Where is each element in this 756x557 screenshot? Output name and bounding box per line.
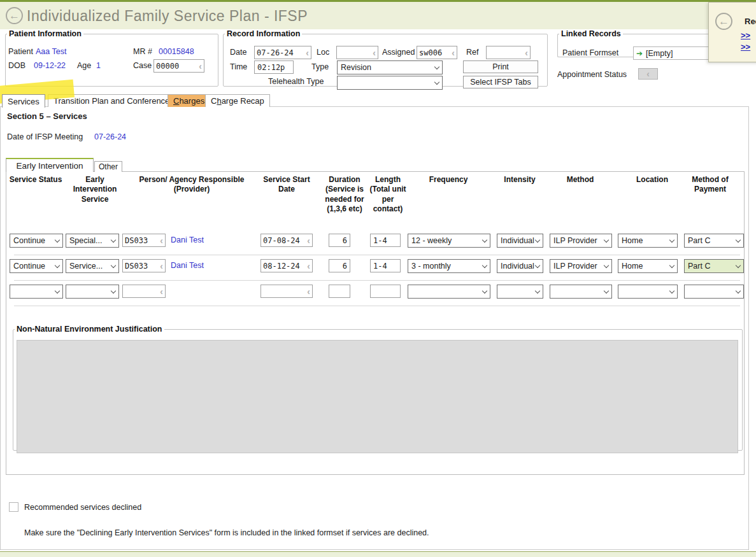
patient-information-group: Patient Information Patient Aaa Test MR … <box>5 29 218 87</box>
method-of-payment-select[interactable] <box>684 285 744 299</box>
length-field[interactable]: 1-4 <box>370 259 401 272</box>
tab-transition-plan-and-conference[interactable]: Transition Plan and Conference <box>48 94 175 107</box>
early-intervention-service-select[interactable]: Service... <box>66 259 119 273</box>
record-date-value: 07-26-24 <box>257 48 294 57</box>
duration-field[interactable]: 6 <box>329 259 350 272</box>
appointment-status-picker[interactable]: ‹ <box>638 68 658 80</box>
provider-code-field[interactable]: DS033‹ <box>122 259 166 272</box>
service-status-select[interactable]: Continue <box>10 234 63 248</box>
assigned-field[interactable]: sw006 ‹ <box>417 46 457 59</box>
back-arrow-icon[interactable]: ← <box>715 13 732 30</box>
tab-services[interactable]: Services <box>2 94 45 108</box>
chevron-down-icon <box>604 262 609 267</box>
intensity-select[interactable]: Individual <box>497 234 543 248</box>
chevron-down-icon <box>736 262 741 267</box>
provider-name-link[interactable]: Dani Test <box>171 261 204 270</box>
dob-value-link[interactable]: 09-12-22 <box>34 61 66 70</box>
record-date-field[interactable]: 07-26-24 ‹ <box>254 46 311 59</box>
provider-picker-icon[interactable]: ‹ <box>160 262 163 271</box>
location-select[interactable]: Home <box>618 259 678 273</box>
record-time-field[interactable]: 02:12p <box>254 60 294 74</box>
chevron-down-icon <box>55 288 60 293</box>
date-picker-icon[interactable]: ‹ <box>307 287 310 296</box>
provider-code-field[interactable]: ‹ <box>122 285 166 298</box>
method-of-payment-select[interactable]: Part C <box>684 234 744 248</box>
provider-picker-icon[interactable]: ‹ <box>160 287 163 296</box>
method-select[interactable] <box>550 285 612 299</box>
early-intervention-service-select[interactable]: Special... <box>66 234 119 248</box>
intensity-select[interactable]: Individual <box>497 259 543 273</box>
frequency-select[interactable]: 3 - monthly <box>408 259 490 273</box>
service-status-select[interactable]: Continue <box>10 259 63 273</box>
assigned-picker-icon[interactable]: ‹ <box>452 48 455 57</box>
length-field[interactable] <box>370 285 401 298</box>
select-ifsp-tabs-button[interactable]: Select IFSP Tabs <box>463 76 538 88</box>
services-tab-panel: Section 5 – Services Date of IFSP Meetin… <box>0 106 749 550</box>
provider-name-link[interactable]: Dani Test <box>171 236 204 244</box>
print-button[interactable]: Print <box>463 60 538 73</box>
recommended-services-declined-label: Recommended services declined <box>24 503 141 512</box>
duration-field[interactable]: 6 <box>329 234 350 247</box>
chevron-down-icon <box>434 79 439 84</box>
provider-code-field[interactable]: DS033‹ <box>122 234 166 247</box>
frequency-select[interactable]: 12 - weekly <box>408 234 490 248</box>
service-status-select[interactable] <box>10 285 63 299</box>
service-start-date-field[interactable]: 07-08-24‹ <box>260 234 313 247</box>
case-value: 00000 <box>156 62 179 71</box>
method-of-payment-select[interactable]: Part C <box>684 259 744 273</box>
method-select[interactable]: ILP Provider <box>550 234 612 248</box>
row-separator <box>14 255 740 255</box>
service-start-date-field[interactable]: 08-12-24‹ <box>260 259 313 272</box>
early-intervention-service-select[interactable] <box>66 285 119 299</box>
chevron-down-icon <box>482 288 487 293</box>
record-date-picker-icon[interactable]: ‹ <box>306 48 309 57</box>
intensity-select[interactable] <box>497 285 543 299</box>
col-location: Location <box>620 175 684 185</box>
tab-charge-recap[interactable]: Charge Recap <box>205 94 270 107</box>
case-field[interactable]: 00000 ‹ <box>153 59 204 73</box>
tab-early-intervention[interactable]: Early Intervention <box>6 158 94 172</box>
duration-field[interactable] <box>329 285 350 298</box>
ref-label: Ref <box>466 48 478 57</box>
col-intensity: Intensity <box>488 175 552 185</box>
length-field[interactable]: 1-4 <box>370 234 401 247</box>
record-time-value: 02:12p <box>257 63 285 72</box>
chevron-down-icon <box>604 288 609 293</box>
chevron-down-icon <box>736 288 741 293</box>
col-method: Method <box>548 175 612 185</box>
method-select[interactable]: ILP Provider <box>550 259 612 273</box>
justification-textarea[interactable] <box>17 340 738 453</box>
telehealth-type-select[interactable] <box>337 76 443 90</box>
record-type-select[interactable]: Revision <box>337 60 443 74</box>
recommended-services-declined-checkbox[interactable] <box>9 502 18 512</box>
service-start-date-field[interactable]: ‹ <box>260 285 313 298</box>
ref-picker-icon[interactable]: ‹ <box>525 48 528 57</box>
ref-field[interactable]: ‹ <box>486 46 531 59</box>
appointment-status-label: Appointment Status <box>557 70 627 79</box>
ifsp-meeting-date-value: 07-26-24 <box>94 132 126 141</box>
date-picker-icon[interactable]: ‹ <box>307 236 310 245</box>
tab-charges[interactable]: Charges <box>168 94 210 107</box>
chevron-down-icon <box>482 237 487 242</box>
telehealth-type-label: Telehealth Type <box>268 77 324 86</box>
loc-field[interactable]: ‹ <box>336 46 378 59</box>
date-picker-icon[interactable]: ‹ <box>307 262 310 271</box>
tab-other[interactable]: Other <box>94 161 122 172</box>
linked-records-title: Linked Records <box>559 29 623 38</box>
record-nav-overlay: ← Rec >> >> <box>708 2 756 62</box>
col-person-agency-responsible: Person/ Agency Responsible (Provider) <box>122 175 262 195</box>
provider-picker-icon[interactable]: ‹ <box>160 236 163 245</box>
overlay-link-2[interactable]: >> <box>741 42 750 52</box>
location-select[interactable] <box>618 285 678 299</box>
case-picker-icon[interactable]: ‹ <box>199 62 202 71</box>
col-service-start-date: Service Start Date <box>260 175 313 195</box>
mr-number-link[interactable]: 00015848 <box>159 47 194 56</box>
patient-name-link[interactable]: Aaa Test <box>36 47 66 56</box>
frequency-select[interactable] <box>408 285 490 299</box>
location-select[interactable]: Home <box>618 234 678 248</box>
age-label: Age <box>77 61 91 70</box>
back-arrow-icon[interactable]: ← <box>6 7 23 24</box>
overlay-link-1[interactable]: >> <box>741 31 750 40</box>
chevron-down-icon <box>482 262 487 267</box>
loc-picker-icon[interactable]: ‹ <box>373 48 376 57</box>
